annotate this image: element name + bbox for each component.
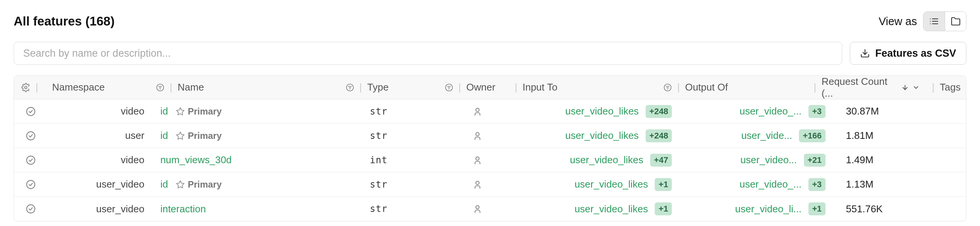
svg-point-7	[25, 87, 27, 89]
feature-name-link[interactable]: num_views_30d	[160, 154, 232, 166]
primary-label: Primary	[188, 179, 222, 190]
col-owner[interactable]: | Owner	[439, 82, 508, 93]
output-of-link[interactable]: user_video_li...	[735, 203, 802, 215]
type-cell: str	[351, 130, 453, 141]
col-input-to[interactable]: | Input To	[508, 82, 658, 93]
export-csv-button[interactable]: Features as CSV	[850, 42, 966, 65]
request-count-cell: 551.76K	[833, 203, 955, 215]
type-cell: str	[351, 179, 453, 190]
primary-label: Primary	[188, 130, 222, 141]
folder-icon	[951, 16, 961, 26]
name-cell: idPrimary	[155, 178, 351, 190]
input-to-badge[interactable]: +248	[646, 129, 672, 142]
output-of-cell: user_video_...+3	[679, 178, 833, 191]
table-row[interactable]: useridPrimarystruser_video_likes+248user…	[14, 123, 966, 148]
output-of-badge[interactable]: +3	[808, 178, 826, 191]
table-header: | Namespace | Name | Type | Owner |	[14, 76, 966, 99]
star-icon	[176, 107, 185, 116]
input-to-badge[interactable]: +248	[646, 105, 672, 118]
col-output-of[interactable]: | Output Of	[658, 82, 807, 93]
svg-point-33	[27, 180, 35, 189]
output-of-badge[interactable]: +21	[804, 154, 826, 167]
user-icon	[473, 204, 482, 214]
status-cell	[14, 180, 48, 189]
search-input[interactable]	[14, 42, 842, 65]
feature-name-link[interactable]: id	[160, 178, 168, 190]
svg-marker-26	[177, 108, 184, 115]
col-type[interactable]: | Type	[340, 82, 439, 93]
input-to-link[interactable]: user_video_likes	[574, 203, 648, 215]
col-namespace-label: Namespace	[52, 82, 105, 93]
user-icon	[473, 155, 482, 165]
table-row[interactable]: user_videoidPrimarystruser_video_likes+1…	[14, 172, 966, 197]
filter-icon[interactable]	[156, 83, 164, 92]
output-of-link[interactable]: user_vide...	[741, 130, 792, 141]
primary-tag: Primary	[176, 106, 222, 117]
namespace-cell: user_video	[48, 203, 155, 215]
name-cell: interaction	[155, 203, 351, 215]
feature-name-link[interactable]: id	[160, 106, 168, 117]
filter-icon[interactable]	[663, 83, 672, 92]
col-tags[interactable]: | Tags	[925, 82, 966, 93]
col-name[interactable]: | Name	[151, 82, 340, 93]
input-to-link[interactable]: user_video_likes	[574, 178, 648, 190]
filter-icon[interactable]	[346, 83, 354, 92]
output-of-badge[interactable]: +1	[808, 202, 826, 215]
svg-point-27	[476, 108, 479, 112]
owner-cell	[453, 155, 525, 165]
svg-point-30	[476, 132, 479, 136]
list-view-button[interactable]	[923, 12, 945, 31]
namespace-cell: user	[48, 130, 155, 141]
output-of-link[interactable]: user_video...	[740, 154, 797, 166]
table-row[interactable]: user_videointeractionstruser_video_likes…	[14, 197, 966, 221]
col-input-to-label: Input To	[523, 82, 558, 93]
output-of-cell: user_vide...+166	[679, 129, 833, 142]
input-to-badge[interactable]: +47	[650, 154, 672, 167]
status-cell	[14, 131, 48, 141]
output-of-badge[interactable]: +166	[799, 129, 826, 142]
input-to-badge[interactable]: +1	[655, 202, 672, 215]
table-row[interactable]: videonum_views_30dintuser_video_likes+47…	[14, 148, 966, 172]
input-to-link[interactable]: user_video_likes	[570, 154, 643, 166]
output-of-link[interactable]: user_video_...	[739, 178, 801, 190]
chevron-down-icon[interactable]	[912, 84, 920, 91]
col-namespace[interactable]: Namespace	[47, 82, 151, 93]
star-icon	[176, 131, 185, 140]
filter-icon[interactable]	[445, 83, 453, 92]
table-row[interactable]: videoidPrimarystruser_video_likes+248use…	[14, 99, 966, 123]
status-cell	[14, 204, 48, 214]
namespace-cell: video	[48, 154, 155, 166]
svg-point-37	[476, 205, 479, 209]
request-count-cell: 1.81M	[833, 130, 955, 141]
feature-name-link[interactable]: interaction	[160, 203, 206, 215]
request-count-cell: 1.13M	[833, 178, 955, 190]
col-request-count-label: Request Count (...	[821, 76, 898, 99]
output-of-badge[interactable]: +3	[808, 105, 826, 118]
feature-name-link[interactable]: id	[160, 130, 168, 141]
svg-point-25	[27, 107, 35, 115]
svg-point-31	[27, 156, 35, 164]
owner-cell	[453, 204, 525, 214]
input-to-cell: user_video_likes+248	[524, 129, 679, 142]
primary-tag: Primary	[176, 130, 222, 141]
col-request-count[interactable]: | Request Count (...	[807, 76, 925, 99]
owner-cell	[453, 107, 525, 116]
namespace-cell: video	[48, 106, 155, 117]
check-circle-icon	[26, 180, 36, 189]
output-of-cell: user_video_...+3	[679, 105, 833, 118]
input-to-badge[interactable]: +1	[655, 178, 672, 191]
folder-view-button[interactable]	[945, 12, 966, 31]
gear-icon[interactable]	[21, 83, 30, 92]
col-name-label: Name	[178, 82, 204, 93]
check-circle-icon	[26, 204, 36, 214]
view-toggle	[923, 11, 966, 31]
user-icon	[473, 107, 482, 116]
output-of-link[interactable]: user_video_...	[739, 106, 801, 117]
check-circle-icon	[26, 155, 36, 165]
check-circle-icon	[26, 107, 36, 116]
primary-tag: Primary	[176, 179, 222, 190]
input-to-cell: user_video_likes+1	[524, 202, 679, 215]
input-to-link[interactable]: user_video_likes	[565, 130, 639, 141]
input-to-link[interactable]: user_video_likes	[565, 106, 639, 117]
output-of-cell: user_video_li...+1	[679, 202, 833, 215]
